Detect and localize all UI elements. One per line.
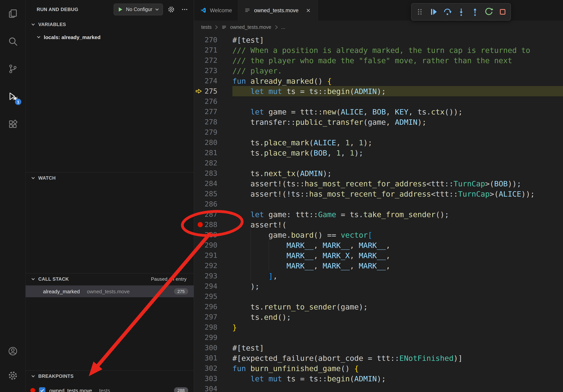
line-number: 282 <box>205 158 218 168</box>
gutter-line-290[interactable]: 290 <box>194 240 232 250</box>
gutter-line-296[interactable]: 296 <box>194 301 232 312</box>
locals-scope-label: locals: already_marked <box>44 34 101 40</box>
gutter-line-276[interactable]: 276 <box>194 96 232 107</box>
gutter-line-292[interactable]: 292 <box>194 261 232 271</box>
step-into-icon[interactable] <box>454 5 468 19</box>
tab-owned-tests-move[interactable]: owned_tests.move <box>238 0 318 21</box>
locals-scope-row[interactable]: locals: already_marked <box>26 32 194 42</box>
gutter-line-270[interactable]: 270 <box>194 35 232 45</box>
stack-frame-row[interactable]: already_marked owned_tests.move 275 <box>26 285 194 297</box>
run-and-debug-icon[interactable]: 1 <box>3 87 22 106</box>
gutter-line-302[interactable]: 302 <box>194 363 232 373</box>
gutter-line-300[interactable]: 300 <box>194 343 232 353</box>
variables-section-header[interactable]: VARIABLES <box>26 19 194 30</box>
line-number: 270 <box>205 35 218 45</box>
restart-icon[interactable] <box>482 5 496 19</box>
gutter-line-293[interactable]: 293 <box>194 271 232 281</box>
gutter-line-280[interactable]: 280 <box>194 137 232 148</box>
step-out-icon[interactable] <box>468 5 482 19</box>
tab-label: owned_tests.move <box>254 7 298 13</box>
gutter-line-303[interactable]: 303 <box>194 373 232 384</box>
toolbar-drag-handle[interactable] <box>413 5 426 19</box>
gutter-line-271[interactable]: 271 <box>194 45 232 55</box>
watch-label: WATCH <box>38 175 56 181</box>
gutter-line-275[interactable]: 275 <box>194 86 232 96</box>
stop-icon[interactable] <box>496 5 509 19</box>
gutter-line-283[interactable]: 283 <box>194 168 232 178</box>
move-file-icon <box>244 7 251 13</box>
line-text: ts.end(); <box>232 312 563 322</box>
explorer-icon[interactable] <box>3 4 22 23</box>
code-editor[interactable]: 270#[test]271/// When a position is alre… <box>194 34 563 392</box>
breadcrumb-item-tests[interactable]: tests <box>201 25 212 30</box>
line-number: 289 <box>205 230 218 240</box>
breadcrumb-item-file[interactable]: owned_tests.move <box>230 25 271 30</box>
call-stack-section-header[interactable]: CALL STACK Paused on entry <box>26 274 194 285</box>
gutter-line-281[interactable]: 281 <box>194 148 232 158</box>
continue-icon[interactable] <box>426 5 440 19</box>
breakpoints-section-header[interactable]: BREAKPOINTS <box>26 371 194 382</box>
gutter-line-286[interactable]: 286 <box>194 199 232 209</box>
close-tab-icon[interactable] <box>305 7 311 13</box>
chevron-down-icon <box>37 35 41 39</box>
gutter-line-288[interactable]: 288 <box>194 220 232 230</box>
code-line-277: 277 let game = ttt::new(ALICE, BOB, KEY,… <box>194 107 563 117</box>
gutter-line-287[interactable]: 287 <box>194 209 232 220</box>
breakpoint-enabled-checkbox[interactable] <box>39 387 45 392</box>
breadcrumb-item-more[interactable]: ... <box>281 25 285 30</box>
gutter-line-289[interactable]: 289 <box>194 230 232 240</box>
code-line-291: 291 MARK__, MARK_X, MARK__, <box>194 250 563 261</box>
gutter-line-279[interactable]: 279 <box>194 127 232 137</box>
breakpoint-line-badge: 288 <box>174 387 188 392</box>
gutter-line-295[interactable]: 295 <box>194 291 232 301</box>
more-actions-icon[interactable] <box>179 4 190 15</box>
gutter-line-278[interactable]: 278 <box>194 117 232 127</box>
debug-settings-gear-icon[interactable] <box>166 4 176 15</box>
panel-title: RUN AND DEBUG <box>37 7 78 12</box>
code-line-293: 293 ], <box>194 271 563 281</box>
extensions-icon[interactable] <box>3 115 22 133</box>
breakpoint-list-item[interactable]: owned_tests.move tests 288 <box>26 385 194 392</box>
gutter-line-273[interactable]: 273 <box>194 65 232 76</box>
gutter-line-282[interactable]: 282 <box>194 158 232 168</box>
line-text: #[expected_failure(abort_code = ttt::ENo… <box>232 353 563 363</box>
launch-config-label: No Configur <box>126 7 152 12</box>
gutter-line-297[interactable]: 297 <box>194 312 232 322</box>
code-line-273: 273/// player. <box>194 65 563 76</box>
line-number: 293 <box>205 271 218 281</box>
tab-welcome[interactable]: Welcome <box>194 0 238 21</box>
gutter-line-277[interactable]: 277 <box>194 107 232 117</box>
gutter-line-299[interactable]: 299 <box>194 332 232 343</box>
launch-config-dropdown[interactable]: No Configur <box>114 3 163 15</box>
gutter-line-274[interactable]: 274 <box>194 76 232 86</box>
chevron-down-icon <box>155 8 159 12</box>
chevron-right-icon <box>215 25 218 30</box>
gutter-line-298[interactable]: 298 <box>194 322 232 332</box>
search-icon[interactable] <box>3 32 22 51</box>
tab-label: Welcome <box>210 7 232 13</box>
breakpoint-path: tests <box>99 387 110 392</box>
gutter-line-284[interactable]: 284 <box>194 178 232 189</box>
gutter-line-294[interactable]: 294 <box>194 281 232 291</box>
line-number: 278 <box>205 117 218 127</box>
gutter-line-301[interactable]: 301 <box>194 353 232 363</box>
code-line-278: 278 transfer::public_transfer(game, ADMI… <box>194 117 563 127</box>
line-number: 284 <box>205 178 218 189</box>
line-text: #[test] <box>232 35 563 45</box>
gutter-line-304[interactable]: 304 <box>194 384 232 392</box>
gutter-line-291[interactable]: 291 <box>194 250 232 261</box>
gutter-line-285[interactable]: 285 <box>194 189 232 199</box>
line-number: 298 <box>205 322 218 332</box>
paused-status: Paused on entry <box>151 276 188 282</box>
step-over-icon[interactable] <box>440 5 454 19</box>
source-control-icon[interactable] <box>3 59 22 78</box>
breakpoint-dot-icon[interactable] <box>198 222 203 227</box>
variables-section: VARIABLES locals: already_marked <box>26 19 194 172</box>
gutter-line-272[interactable]: 272 <box>194 55 232 65</box>
watch-section-header[interactable]: WATCH <box>26 172 194 183</box>
code-line-302: 302fun burn_unfinished_game() { <box>194 363 563 373</box>
line-number: 287 <box>205 209 218 220</box>
line-number: 290 <box>205 240 218 250</box>
settings-gear-icon[interactable] <box>3 366 22 385</box>
account-icon[interactable] <box>3 341 22 360</box>
